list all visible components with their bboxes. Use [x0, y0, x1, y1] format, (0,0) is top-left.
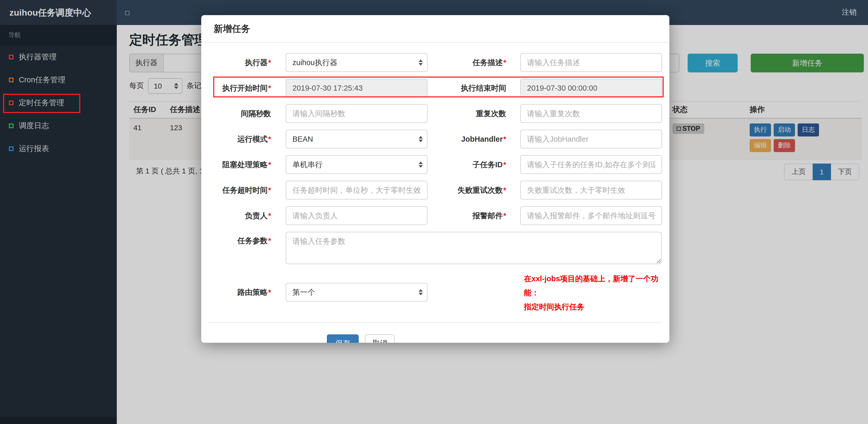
end-time-input[interactable]	[520, 79, 662, 97]
select-arrows-icon	[418, 289, 423, 295]
end-time-label: 执行结束时间	[428, 83, 506, 93]
cancel-button[interactable]: 取消	[365, 335, 395, 343]
form-row-block-strategy: 阻塞处理策略* 单机串行 子任务ID*	[201, 155, 670, 174]
form-row-run-mode: 运行模式* BEAN JobHandler*	[201, 130, 670, 149]
form-row-interval: 间隔秒数 重复次数	[201, 104, 670, 123]
start-time-label: 执行开始时间*	[201, 83, 271, 93]
select-value: BEAN	[292, 135, 313, 143]
timeout-input[interactable]	[286, 181, 428, 199]
required-asterisk: *	[503, 186, 506, 194]
required-asterisk: *	[268, 135, 271, 143]
required-asterisk: *	[503, 160, 506, 168]
feature-note-line1: 在xxl-jobs项目的基础上，新增了一个功能：	[524, 272, 670, 300]
select-arrows-icon	[418, 161, 423, 168]
modal-title: 新增任务	[201, 15, 670, 43]
route-strategy-select[interactable]: 第一个	[286, 283, 428, 302]
timeout-label: 任务超时时间*	[201, 185, 271, 195]
form-row-executor: 执行器* zuihou执行器 任务描述*	[201, 53, 670, 72]
executor-select[interactable]: zuihou执行器	[286, 53, 428, 72]
required-asterisk: *	[268, 58, 271, 66]
job-param-label: 任务参数*	[201, 236, 271, 246]
feature-note-line2: 指定时间执行任务	[524, 300, 670, 314]
alarm-email-label: 报警邮件*	[428, 211, 506, 221]
job-desc-label: 任务描述*	[428, 58, 506, 67]
required-asterisk: *	[268, 211, 271, 220]
block-strategy-select[interactable]: 单机串行	[286, 155, 428, 174]
owner-label: 负责人*	[201, 211, 271, 221]
required-asterisk: *	[503, 211, 506, 220]
child-job-input[interactable]	[520, 155, 662, 174]
retry-label: 失败重试次数*	[428, 185, 506, 195]
required-asterisk: *	[268, 288, 271, 296]
form-row-owner: 负责人* 报警邮件*	[201, 206, 670, 225]
job-param-textarea[interactable]	[286, 232, 661, 264]
required-asterisk: *	[503, 58, 506, 66]
required-asterisk: *	[268, 236, 271, 245]
interval-label: 间隔秒数	[201, 108, 271, 119]
start-time-input[interactable]	[286, 79, 428, 97]
select-arrows-icon	[418, 59, 423, 66]
owner-input[interactable]	[286, 206, 428, 225]
add-task-modal: 新增任务 执行器* zuihou执行器 任务描述* 执行开始时间* 执行结束时间…	[201, 15, 670, 343]
job-desc-input[interactable]	[520, 53, 662, 72]
alarm-email-input[interactable]	[520, 206, 662, 225]
form-row-exec-time: 执行开始时间* 执行结束时间	[201, 79, 670, 97]
save-button[interactable]: 保存	[327, 335, 359, 343]
app: zuihou任务调度中心 □ 注销 导航 执行器管理 Cron任务管理 定时任务…	[0, 0, 868, 424]
required-asterisk: *	[268, 84, 271, 92]
retry-input[interactable]	[520, 181, 662, 199]
executor-label: 执行器*	[201, 58, 271, 67]
modal-footer: 保存 取消	[208, 323, 661, 343]
route-strategy-label: 路由策略*	[201, 287, 271, 297]
block-strategy-label: 阻塞处理策略*	[201, 160, 271, 169]
interval-input[interactable]	[286, 104, 428, 123]
select-value: 单机串行	[292, 160, 323, 169]
form-row-route-strategy: 路由策略* 第一个 在xxl-jobs项目的基础上，新增了一个功能： 指定时间执…	[201, 271, 670, 314]
required-asterisk: *	[268, 186, 271, 194]
modal-body: 执行器* zuihou执行器 任务描述* 执行开始时间* 执行结束时间 间隔秒数…	[201, 43, 670, 314]
repeat-label: 重复次数	[428, 108, 506, 119]
form-row-timeout: 任务超时时间* 失败重试次数*	[201, 181, 670, 199]
repeat-input[interactable]	[520, 104, 662, 123]
run-mode-label: 运行模式*	[201, 134, 271, 144]
child-job-label: 子任务ID*	[428, 160, 506, 169]
select-arrows-icon	[418, 136, 423, 142]
form-row-job-param: 任务参数*	[201, 232, 670, 264]
feature-note: 在xxl-jobs项目的基础上，新增了一个功能： 指定时间执行任务	[524, 272, 670, 314]
job-handler-label: JobHandler*	[428, 135, 506, 143]
job-handler-input[interactable]	[520, 130, 662, 149]
required-asterisk: *	[268, 160, 271, 168]
required-asterisk: *	[503, 135, 506, 143]
select-value: 第一个	[292, 287, 315, 297]
run-mode-select[interactable]: BEAN	[286, 130, 428, 149]
select-value: zuihou执行器	[292, 58, 337, 67]
